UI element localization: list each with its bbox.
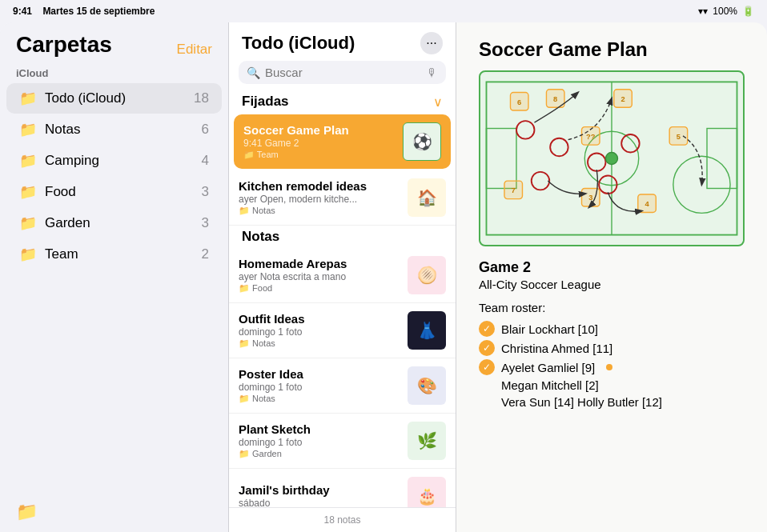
roster-item: ✓ Christina Ahmed [11] <box>479 340 745 356</box>
roster-check-icon: ✓ <box>479 359 495 375</box>
svg-text:6: 6 <box>517 98 521 106</box>
pinned-notes: Soccer Game Plan 9:41 Game 2 📁 Team ⚽ Ki… <box>229 113 456 226</box>
note-folder: 📁 Team <box>243 150 395 160</box>
note-thumbnail: ⚽ <box>403 122 441 161</box>
folder-icon: 📁 <box>19 214 37 232</box>
folder-name: Notas <box>45 122 202 138</box>
svg-text:2: 2 <box>620 95 624 103</box>
battery-label: 100% <box>713 6 737 17</box>
battery-icon: 🔋 <box>742 6 754 17</box>
folder-item-todo[interactable]: 📁 Todo (iCloud) 18 <box>6 83 222 114</box>
folder-item-garden[interactable]: 📁 Garden 3 <box>6 208 222 238</box>
note-meta: domingo 1 foto <box>239 326 400 338</box>
note-title: Soccer Game Plan <box>243 123 395 137</box>
folder-name: Food <box>45 184 202 200</box>
folder-item-notas[interactable]: 📁 Notas 6 <box>6 114 222 145</box>
folders-panel: Carpetas Editar iCloud 📁 Todo (iCloud) 1… <box>0 22 228 532</box>
roster-player-name: Vera Sun [14] Holly Butler [12] <box>501 395 662 409</box>
soccer-field-diagram: 6 8 2 ?? 5 7 3 4 <box>479 70 745 246</box>
field-svg: 6 8 2 ?? 5 7 3 4 <box>480 72 743 245</box>
notes-label: Notas <box>242 229 279 245</box>
folder-count: 4 <box>202 153 209 169</box>
folder-icon: 📁 <box>19 121 37 138</box>
roster-item: Vera Sun [14] Holly Butler [12] <box>479 395 745 409</box>
roster-dot <box>606 364 612 370</box>
roster-item: ✓ Blair Lockhart [10] <box>479 321 745 337</box>
date: Martes 15 de septiembre <box>42 6 155 17</box>
notes-section-header: Notas <box>229 226 456 248</box>
note-thumbnail: 🎨 <box>408 366 446 405</box>
note-title: Kitchen remodel ideas <box>239 179 400 193</box>
note-info: Plant Sketch domingo 1 foto 📁 Garden <box>239 422 400 459</box>
note-thumbnail: 🎂 <box>408 477 446 507</box>
new-folder-button[interactable]: 📁 <box>16 502 38 522</box>
note-meta: domingo 1 foto <box>239 437 400 448</box>
folders-footer: 📁 <box>0 492 228 532</box>
notes-list: Homemade Arepas ayer Nota escrita a mano… <box>229 248 456 507</box>
detail-panel[interactable]: Soccer Game Plan <box>456 22 767 532</box>
pinned-chevron[interactable]: ∨ <box>433 94 443 110</box>
time: 9:41 <box>13 6 32 17</box>
svg-text:8: 8 <box>553 95 557 103</box>
note-info: Homemade Arepas ayer Nota escrita a mano… <box>239 257 400 294</box>
svg-text:7: 7 <box>512 186 516 194</box>
search-bar: 🔍 🎙 <box>239 61 446 84</box>
notes-title: Todo (iCloud) <box>242 33 355 54</box>
note-folder: 📁 Food <box>239 283 400 294</box>
pinned-label: Fijadas <box>242 94 289 110</box>
roster-player-name: Blair Lockhart [10] <box>501 322 598 336</box>
note-info: Kitchen remodel ideas ayer Open, modern … <box>239 179 400 216</box>
note-thumbnail: 🫓 <box>408 256 446 294</box>
note-title: Plant Sketch <box>239 422 400 436</box>
folder-item-camping[interactable]: 📁 Camping 4 <box>6 146 222 176</box>
folder-count: 3 <box>202 215 209 231</box>
note-item-poster[interactable]: Poster Idea domingo 1 foto 📁 Notas 🎨 <box>229 358 456 414</box>
icloud-label: iCloud <box>0 64 228 82</box>
folder-icon: 📁 <box>19 90 37 107</box>
roster-item: Megan Mitchell [2] <box>479 378 745 392</box>
note-item-arepas[interactable]: Homemade Arepas ayer Nota escrita a mano… <box>229 248 456 303</box>
note-folder: 📁 Garden <box>239 449 400 459</box>
note-thumbnail: 👗 <box>408 311 446 350</box>
svg-text:??: ?? <box>586 133 596 141</box>
detail-title: Soccer Game Plan <box>479 38 745 61</box>
note-item-kitchen[interactable]: Kitchen remodel ideas ayer Open, modern … <box>229 170 456 226</box>
status-icons: ▾▾ 100% 🔋 <box>698 6 754 17</box>
note-info: Soccer Game Plan 9:41 Game 2 📁 Team <box>243 123 395 160</box>
note-info: Poster Idea domingo 1 foto 📁 Notas <box>239 367 400 404</box>
search-input[interactable] <box>265 66 422 79</box>
roster-item: ✓ Ayelet Gamliel [9] <box>479 359 745 375</box>
folder-icon: 📁 <box>19 246 37 263</box>
note-meta: ayer Nota escrita a mano <box>239 271 400 282</box>
folder-count: 6 <box>202 122 209 138</box>
note-thumbnail: 🏠 <box>408 178 446 217</box>
status-bar: 9:41 Martes 15 de septiembre ▾▾ 100% 🔋 <box>0 0 767 22</box>
mic-icon[interactable]: 🎙 <box>427 66 438 79</box>
folder-item-food[interactable]: 📁 Food 3 <box>6 177 222 207</box>
note-folder: 📁 Notas <box>239 206 400 216</box>
svg-text:4: 4 <box>645 200 649 208</box>
note-item-birthday[interactable]: Jamil's birthday sábado 🎂 <box>229 469 456 507</box>
folder-list: 📁 Todo (iCloud) 18 📁 Notas 6 📁 Camping 4… <box>0 82 228 492</box>
roster-player-name: Ayelet Gamliel [9] <box>501 361 595 374</box>
league-name: All-City Soccer League <box>479 278 745 291</box>
edit-button[interactable]: Editar <box>177 42 212 58</box>
more-button[interactable]: ··· <box>420 32 443 54</box>
folder-item-team[interactable]: 📁 Team 2 <box>6 239 222 270</box>
notes-header: Todo (iCloud) ··· <box>229 22 456 61</box>
folder-name: Team <box>45 246 202 262</box>
note-folder: 📁 Notas <box>239 394 400 404</box>
wifi-icon: ▾▾ <box>698 6 708 17</box>
note-item-outfit[interactable]: Outfit Ideas domingo 1 foto 📁 Notas 👗 <box>229 303 456 358</box>
folder-icon: 📁 <box>19 183 37 201</box>
folder-count: 18 <box>194 90 209 106</box>
note-meta: 9:41 Game 2 <box>243 138 395 149</box>
roster-player-name: Christina Ahmed [11] <box>501 342 612 355</box>
notes-footer: 18 notas <box>229 507 456 532</box>
svg-text:5: 5 <box>677 133 681 141</box>
note-title: Poster Idea <box>239 367 400 381</box>
note-title: Homemade Arepas <box>239 257 400 270</box>
roster-player-name: Megan Mitchell [2] <box>501 378 599 392</box>
note-item-plant[interactable]: Plant Sketch domingo 1 foto 📁 Garden 🌿 <box>229 414 456 469</box>
note-item-soccer[interactable]: Soccer Game Plan 9:41 Game 2 📁 Team ⚽ <box>234 114 451 169</box>
